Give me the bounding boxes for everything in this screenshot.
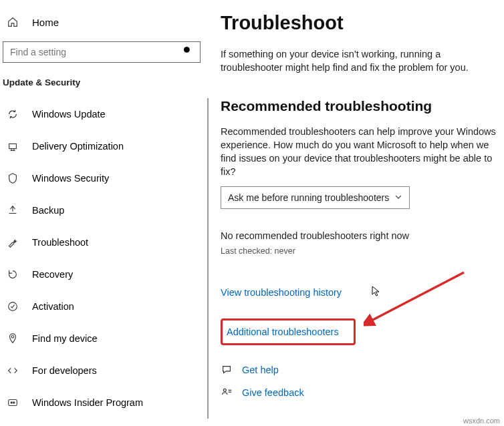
search-icon [182,45,193,59]
dropdown-value: Ask me before running troubleshooters [228,192,389,203]
last-checked-text: Last checked: never [221,246,499,256]
view-history-link[interactable]: View troubleshooting history [221,287,342,298]
sidebar-item-label: Delivery Optimization [32,141,124,152]
page-description: If something on your device isn't workin… [221,47,499,74]
sidebar-item-label: Troubleshoot [32,237,88,248]
sidebar-section-title: Update & Security [3,77,209,87]
additional-troubleshooters-link[interactable]: Additional troubleshooters [227,327,339,337]
recommended-description: Recommended troubleshooters can help imp… [221,125,499,178]
sidebar-item-recovery[interactable]: Recovery [0,258,207,290]
recovery-icon [7,268,19,280]
recommendation-dropdown[interactable]: Ask me before running troubleshooters [221,186,410,209]
sidebar-item-label: Backup [32,205,64,216]
svg-point-6 [11,402,12,403]
sidebar-item-troubleshoot[interactable]: Troubleshoot [0,226,207,258]
sidebar-item-label: Windows Update [32,109,106,120]
insider-icon [7,397,19,409]
svg-rect-5 [9,400,17,406]
give-feedback-link[interactable]: Give feedback [242,387,304,398]
sync-icon [7,108,19,120]
sidebar-item-backup[interactable]: Backup [0,194,207,226]
main-content: Troubleshoot If something on your device… [209,0,504,426]
sidebar-item-label: Find my device [32,333,98,344]
shield-icon [7,172,19,184]
svg-rect-2 [9,144,17,148]
sidebar-item-activation[interactable]: Activation [0,290,207,323]
sidebar-item-find-my-device[interactable]: Find my device [0,323,207,355]
check-circle-icon [7,300,19,312]
home-label: Home [32,17,59,28]
svg-line-1 [189,52,192,55]
sidebar-item-label: Activation [32,301,74,312]
backup-icon [7,204,19,216]
svg-point-0 [184,47,190,53]
sidebar-item-delivery-optimization[interactable]: Delivery Optimization [0,130,207,162]
home-icon [7,16,19,28]
sidebar: Home Update & Security Windows Update De… [0,0,209,426]
chat-icon [221,364,233,376]
recommended-heading: Recommended troubleshooting [221,98,499,114]
cursor-icon [372,286,382,296]
sidebar-item-for-developers[interactable]: For developers [0,355,207,387]
watermark: wsxdn.com [463,417,500,425]
feedback-icon [221,387,233,399]
location-icon [7,333,19,345]
page-title: Troubleshoot [221,12,499,34]
svg-point-4 [11,336,14,339]
get-help-link[interactable]: Get help [242,365,279,375]
code-icon [7,365,19,377]
additional-troubleshooters-highlight: Additional troubleshooters [221,318,356,345]
sidebar-item-windows-security[interactable]: Windows Security [0,162,207,194]
home-button[interactable]: Home [0,12,209,32]
chevron-down-icon [394,192,402,203]
sidebar-item-label: Windows Insider Program [32,397,143,408]
sidebar-item-windows-update[interactable]: Windows Update [0,98,207,130]
sidebar-item-label: For developers [32,365,97,376]
search-input[interactable] [3,41,201,63]
svg-point-8 [223,389,226,391]
search-field[interactable] [10,43,164,61]
sidebar-item-label: Windows Security [32,173,109,184]
sidebar-item-windows-insider[interactable]: Windows Insider Program [0,387,207,419]
no-recommended-text: No recommended troubleshooters right now [221,230,499,241]
wrench-icon [7,236,19,248]
sidebar-item-label: Recovery [32,269,73,280]
svg-point-7 [13,402,15,403]
delivery-icon [7,140,19,152]
